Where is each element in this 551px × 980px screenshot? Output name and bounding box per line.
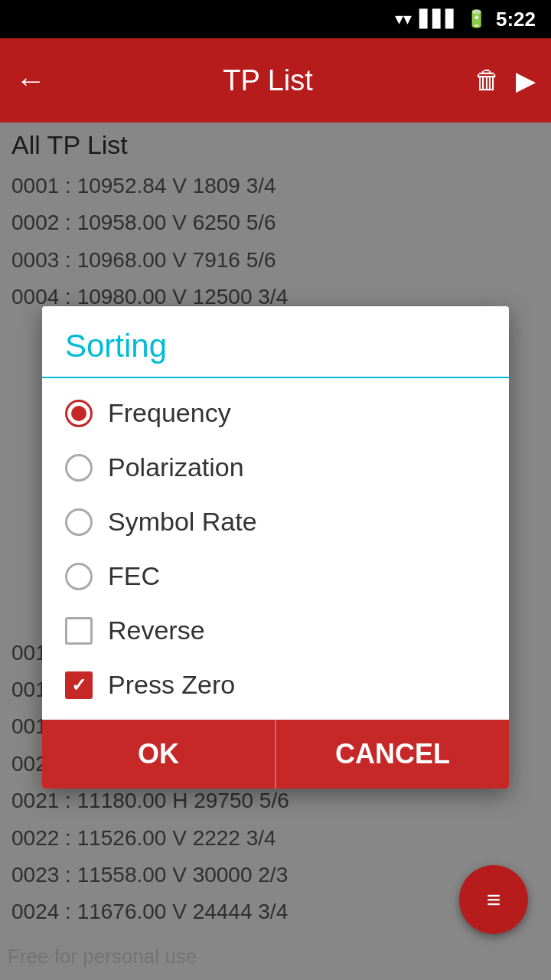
option-reverse-label: Reverse <box>108 616 205 645</box>
radio-fec[interactable] <box>65 563 93 590</box>
option-polarization-label: Polarization <box>108 452 244 482</box>
dialog-buttons: OK CANCEL <box>42 720 509 789</box>
sorting-dialog: Sorting Frequency Polarization Symbol Ra… <box>42 306 509 789</box>
checkbox-presszero[interactable]: ✓ <box>65 671 93 699</box>
radio-polarization[interactable] <box>65 454 93 482</box>
radio-frequency-dot <box>71 406 86 421</box>
radio-symbolrate[interactable] <box>65 508 93 536</box>
status-bar: ▾▾ ▋▋▋ 🔋 5:22 <box>0 0 551 38</box>
status-icons: ▾▾ ▋▋▋ 🔋 <box>395 9 487 29</box>
checkmark-icon: ✓ <box>71 675 86 696</box>
ok-button[interactable]: OK <box>42 720 275 789</box>
option-polarization[interactable]: Polarization <box>65 440 486 495</box>
battery-icon: 🔋 <box>466 9 487 29</box>
radio-frequency[interactable] <box>65 400 93 427</box>
status-time: 5:22 <box>496 8 536 31</box>
option-presszero[interactable]: ✓ Press Zero <box>65 658 486 712</box>
back-button[interactable]: ← <box>15 64 46 98</box>
checkbox-reverse[interactable] <box>65 617 93 645</box>
option-frequency-label: Frequency <box>108 398 231 428</box>
wifi-icon: ▾▾ <box>395 9 412 29</box>
option-frequency[interactable]: Frequency <box>65 386 486 440</box>
delete-button[interactable]: 🗑 <box>474 65 500 96</box>
option-symbolrate[interactable]: Symbol Rate <box>65 495 486 549</box>
page-title: TP List <box>61 64 474 97</box>
send-button[interactable]: ▶ <box>516 65 536 96</box>
option-presszero-label: Press Zero <box>108 670 235 700</box>
app-bar: ← TP List 🗑 ▶ <box>0 38 551 122</box>
app-bar-actions: 🗑 ▶ <box>474 65 536 96</box>
option-reverse[interactable]: Reverse <box>65 603 486 658</box>
dialog-body: Frequency Polarization Symbol Rate FEC R… <box>42 378 509 712</box>
option-fec[interactable]: FEC <box>65 549 486 603</box>
dialog-title: Sorting <box>42 306 509 378</box>
option-symbolrate-label: Symbol Rate <box>108 507 257 537</box>
fab-button[interactable]: ≡ <box>459 865 528 934</box>
cancel-button[interactable]: CANCEL <box>275 720 509 789</box>
signal-icon: ▋▋▋ <box>419 9 458 29</box>
option-fec-label: FEC <box>108 561 160 591</box>
menu-icon: ≡ <box>487 887 501 912</box>
